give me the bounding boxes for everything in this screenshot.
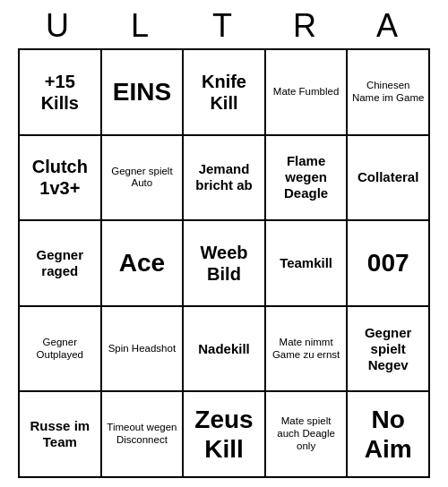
bingo-cell-7: Jemand bricht ab xyxy=(184,136,266,222)
bingo-cell-19: Gegner spielt Negev xyxy=(348,307,430,393)
bingo-cell-17: Nadekill xyxy=(184,307,266,393)
bingo-cell-0: +15 Kills xyxy=(20,50,102,136)
bingo-cell-16: Spin Headshot xyxy=(102,307,185,393)
bingo-cell-4: Chinesen Name im Game xyxy=(348,50,430,136)
bingo-cell-23: Mate spielt auch Deagle only xyxy=(266,392,349,478)
bingo-cell-24: No Aim xyxy=(348,392,430,478)
bingo-cell-3: Mate Fumbled xyxy=(266,50,349,136)
bingo-cell-5: Clutch 1v3+ xyxy=(20,136,102,222)
bingo-header: U L T R A xyxy=(18,7,430,45)
header-u: U xyxy=(18,7,100,45)
bingo-cell-11: Ace xyxy=(102,221,185,307)
bingo-cell-10: Gegner raged xyxy=(20,221,102,307)
bingo-grid: +15 KillsEINSKnife KillMate FumbledChine… xyxy=(18,48,430,478)
bingo-cell-9: Collateral xyxy=(348,136,430,222)
header-l: L xyxy=(100,7,183,45)
bingo-cell-20: Russe im Team xyxy=(20,392,102,478)
bingo-cell-18: Mate nimmt Game zu ernst xyxy=(266,307,349,393)
bingo-cell-6: Gegner spielt Auto xyxy=(102,136,185,222)
bingo-cell-13: Teamkill xyxy=(266,221,349,307)
header-r: R xyxy=(265,7,348,45)
header-a: A xyxy=(348,7,430,45)
bingo-cell-22: Zeus Kill xyxy=(184,392,266,478)
bingo-cell-12: Weeb Bild xyxy=(184,221,266,307)
bingo-cell-1: EINS xyxy=(102,50,185,136)
bingo-cell-21: Timeout wegen Disconnect xyxy=(102,392,185,478)
bingo-cell-8: Flame wegen Deagle xyxy=(266,136,349,222)
header-t: T xyxy=(183,7,265,45)
bingo-cell-14: 007 xyxy=(348,221,430,307)
bingo-cell-15: Gegner Outplayed xyxy=(20,307,102,393)
bingo-cell-2: Knife Kill xyxy=(184,50,266,136)
